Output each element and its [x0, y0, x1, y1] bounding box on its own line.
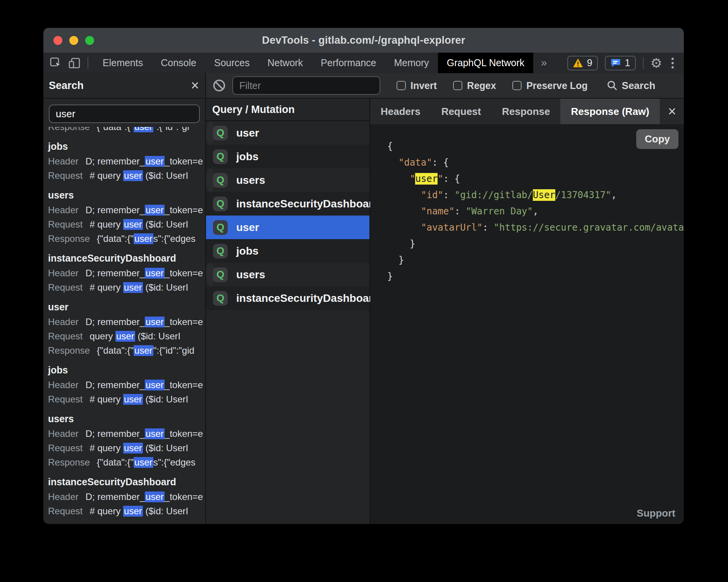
search-result-entry[interactable]: userHeaderD; remember_user_token=eReques… — [48, 301, 205, 356]
result-line-request[interactable]: Request# query user ($id: UserI — [48, 219, 205, 230]
result-line-content: D; remember_user_token=e — [86, 205, 203, 216]
message-bubble-icon — [610, 58, 621, 68]
result-line-content: D; remember_user_token=e — [86, 491, 203, 502]
more-tabs-chevron[interactable]: » — [533, 53, 555, 73]
detail-tab-request[interactable]: Request — [431, 99, 492, 124]
query-row-users[interactable]: Qusers — [206, 263, 215, 286]
badges-divider — [643, 57, 644, 69]
toolbar-search[interactable]: Search — [606, 80, 656, 92]
result-line-content: D; remember_user_token=e — [86, 380, 203, 390]
tab-performance[interactable]: Performance — [312, 53, 385, 73]
query-row-users[interactable]: Qusers — [206, 168, 215, 192]
detail-tab-response[interactable]: Response — [491, 99, 560, 124]
search-close-button[interactable]: × — [191, 79, 199, 92]
checkbox-label: Preserve Log — [526, 80, 587, 91]
result-line-header[interactable]: HeaderD; remember_user_token=e — [48, 380, 205, 390]
result-line-header[interactable]: HeaderD; remember_user_token=e — [48, 317, 205, 327]
search-result-entry[interactable]: usersHeaderD; remember_user_token=eReque… — [48, 190, 205, 244]
query-type-badge: Q — [213, 197, 228, 211]
result-line-label: Header — [48, 317, 79, 327]
result-line-header[interactable]: HeaderD; remember_user_token=e — [48, 268, 205, 279]
warnings-count: 9 — [587, 57, 592, 68]
clear-log-icon[interactable] — [212, 79, 226, 92]
tab-graphql-network[interactable]: GraphQL Network — [438, 53, 534, 73]
result-line-response[interactable]: Response{"data":{"users":{"edges — [48, 457, 205, 468]
search-result-entry[interactable]: jobsHeaderD; remember_user_token=eReques… — [48, 365, 205, 405]
tab-console[interactable]: Console — [152, 53, 205, 73]
checkbox-preserve-log[interactable]: Preserve Log — [512, 80, 587, 91]
result-line-request[interactable]: Request# query user ($id: UserI — [48, 282, 205, 293]
result-line-response[interactable]: Response{"data":{"user":{"id":"gi — [48, 127, 205, 132]
kebab-menu-icon[interactable] — [669, 58, 676, 68]
checkbox-invert[interactable]: Invert — [397, 80, 437, 91]
query-type-badge: Q — [213, 173, 228, 188]
checkbox-box[interactable] — [397, 81, 406, 90]
tab-memory[interactable]: Memory — [385, 53, 438, 73]
issues-badge[interactable]: 1 — [605, 56, 636, 70]
result-line-header[interactable]: HeaderD; remember_user_token=e — [48, 205, 205, 216]
panel-tabs: ElementsConsoleSourcesNetworkPerformance… — [94, 53, 533, 73]
json-line: "name": "Warren Day", — [370, 203, 684, 219]
query-row-user-selected[interactable]: Quser — [206, 216, 369, 239]
tab-elements[interactable]: Elements — [94, 53, 152, 73]
search-panel-header: Search × — [43, 73, 205, 99]
query-row-label: instanceSecurityDashboard — [236, 198, 379, 210]
entry-title: instanceSecurityDashboard — [48, 476, 205, 488]
warnings-badge[interactable]: 9 — [567, 56, 598, 70]
result-line-label: Request — [48, 282, 82, 293]
copy-button[interactable]: Copy — [636, 129, 678, 149]
query-row-jobs[interactable]: Qjobs — [206, 239, 369, 263]
json-line: "id": "gid://gitlab/User/13704317", — [370, 187, 684, 203]
entry-title: users — [48, 413, 205, 425]
detail-tab-headers[interactable]: Headers — [370, 99, 431, 124]
entry-title: users — [48, 190, 205, 201]
result-line-content: D; remember_user_token=e — [86, 156, 203, 167]
settings-gear-icon[interactable]: ⚙ — [651, 56, 662, 70]
device-toolbar-icon[interactable] — [68, 57, 81, 69]
checkbox-regex[interactable]: Regex — [453, 80, 496, 91]
query-rows: QuserQjobsQusersQinstanceSecurityDashboa… — [206, 121, 369, 310]
result-line-content: {"data":{"user":{"id":"gid — [97, 345, 194, 356]
search-result-entry[interactable]: jobsHeaderD; remember_user_token=eReques… — [48, 141, 205, 181]
entry-title: jobs — [48, 365, 205, 376]
entry-title: user — [48, 301, 205, 313]
result-line-content: D; remember_user_token=e — [86, 428, 203, 439]
filter-input[interactable] — [232, 76, 380, 95]
result-line-header[interactable]: HeaderD; remember_user_token=e — [48, 156, 205, 167]
search-result-entry[interactable]: usersHeaderD; remember_user_token=eReque… — [48, 413, 205, 468]
support-link[interactable]: Support — [637, 507, 675, 519]
detail-close-button[interactable]: × — [668, 104, 676, 118]
json-line: } — [370, 268, 684, 284]
query-row-label: user — [236, 221, 259, 234]
result-line-content: {"data":{"users":{"edges — [97, 233, 196, 244]
result-line-header[interactable]: HeaderD; remember_user_token=e — [48, 428, 205, 439]
query-row-instancesecuritydashboard[interactable]: QinstanceSecurityDashboard — [206, 286, 369, 310]
query-row-instancesecuritydashboard[interactable]: QinstanceSecurityDashboard — [206, 192, 369, 216]
result-line-request[interactable]: Request# query user ($id: UserI — [48, 443, 205, 454]
inspect-element-icon[interactable] — [50, 57, 62, 69]
warning-triangle-icon — [573, 58, 583, 68]
tab-sources[interactable]: Sources — [205, 53, 259, 73]
result-line-response[interactable]: Response{"data":{"user":{"id":"gid — [48, 345, 205, 356]
result-line-label: Request — [48, 443, 82, 454]
query-row-jobs[interactable]: Qjobs — [206, 145, 369, 168]
search-input[interactable] — [49, 104, 200, 123]
result-line-request[interactable]: Request# query user ($id: UserI — [48, 394, 205, 405]
window-title: DevTools - gitlab.com/-/graphql-explorer — [43, 34, 684, 46]
result-line-request[interactable]: Request# query user ($id: UserI — [48, 170, 205, 181]
json-line: } — [370, 236, 684, 252]
search-result-entry[interactable]: instanceSecurityDashboardHeaderD; rememb… — [48, 253, 205, 293]
result-line-header[interactable]: HeaderD; remember_user_token=e — [48, 491, 205, 502]
result-line-request[interactable]: Request# query user ($id: UserI — [48, 506, 205, 517]
result-line-label: Request — [48, 170, 82, 181]
json-line: "avatarUrl": "https://secure.gravatar.co… — [370, 219, 684, 236]
detail-tab-response-raw[interactable]: Response (Raw) — [560, 99, 659, 124]
result-line-request[interactable]: Requestquery user ($id: UserI — [48, 331, 205, 342]
checkbox-box[interactable] — [453, 81, 462, 90]
result-line-response[interactable]: Response{"data":{"users":{"edges — [48, 233, 205, 244]
checkbox-box[interactable] — [512, 81, 522, 90]
query-row-user[interactable]: Quser — [206, 121, 215, 145]
result-line-content: # query user ($id: UserI — [89, 443, 188, 454]
tab-network[interactable]: Network — [259, 53, 312, 73]
search-result-entry[interactable]: instanceSecurityDashboardHeaderD; rememb… — [48, 476, 205, 517]
